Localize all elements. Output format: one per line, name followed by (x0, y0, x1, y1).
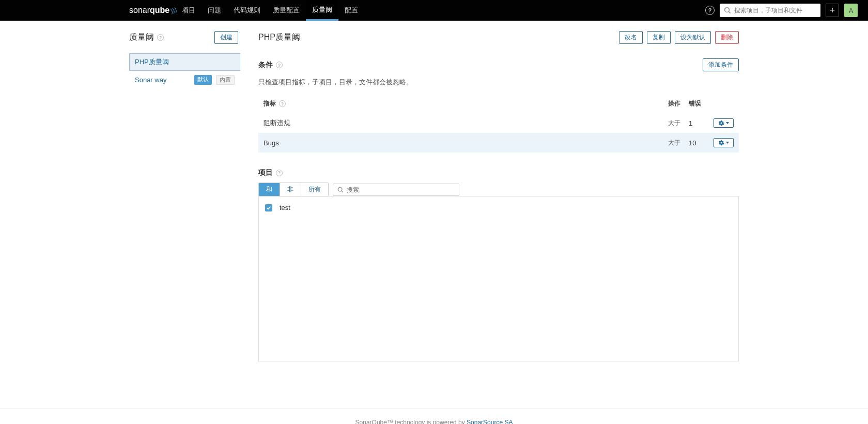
projects-search[interactable] (333, 184, 459, 196)
project-name: test (280, 204, 290, 211)
projects-title: 项目 ? (258, 168, 739, 177)
logo[interactable]: sonarqube ))) (129, 6, 177, 15)
gate-badges: 默认 内置 (192, 75, 235, 85)
topbar-right: ? + A (705, 4, 858, 17)
cond-act (710, 118, 734, 128)
gear-icon (718, 120, 724, 126)
footer-text: SonarQube™ technology is powered by (355, 419, 467, 424)
topbar: sonarqube ))) 项目 问题 代码规则 质量配置 质量阈 配置 ? +… (0, 0, 868, 21)
col-op: 操作 (668, 99, 689, 108)
help-icon[interactable]: ? (705, 6, 715, 15)
gear-icon (718, 140, 724, 146)
projects-controls: 和 非 所有 (258, 183, 739, 196)
footer: SonarQube™ technology is powered by Sona… (0, 408, 868, 424)
rename-button[interactable]: 改名 (619, 31, 643, 44)
gate-item-sonarway[interactable]: Sonar way 默认 内置 (129, 71, 240, 89)
nav-admin[interactable]: 配置 (338, 0, 364, 21)
nav-quality-profiles[interactable]: 质量配置 (267, 0, 306, 21)
gate-item-php[interactable]: PHP质量阈 (129, 53, 240, 71)
badge-builtin: 内置 (216, 75, 235, 85)
col-metric-label: 指标 (264, 99, 276, 108)
add-condition-button[interactable]: 添加条件 (703, 58, 739, 71)
condition-row: Bugs 大于 10 (258, 133, 739, 153)
gate-name: PHP质量阈 (135, 57, 169, 67)
create-button[interactable]: + (826, 4, 839, 17)
caret-down-icon (726, 142, 729, 144)
conditions-table: 指标 ? 操作 错误 阻断违规 大于 1 (258, 96, 739, 153)
user-avatar[interactable]: A (844, 4, 858, 17)
nav-rules[interactable]: 代码规则 (227, 0, 267, 21)
set-default-button[interactable]: 设为默认 (675, 31, 711, 44)
create-gate-button[interactable]: 创建 (214, 31, 238, 44)
gate-name: Sonar way (135, 76, 166, 84)
cond-err: 1 (689, 119, 710, 127)
filter-tabs: 和 非 所有 (258, 183, 329, 196)
search-icon (337, 187, 344, 193)
footer-line1: SonarQube™ technology is powered by Sona… (0, 419, 868, 424)
sidebar-title: 质量阈 ? (129, 32, 164, 43)
conditions-header: 条件 ? 添加条件 (258, 58, 739, 71)
projects-list: test (258, 196, 739, 361)
badge-default: 默认 (194, 75, 212, 85)
col-act (710, 99, 734, 108)
filter-tab-with[interactable]: 和 (259, 183, 280, 196)
projects-section: 项目 ? 和 非 所有 test (258, 168, 739, 361)
conditions-title-text: 条件 (258, 60, 273, 70)
condition-settings-button[interactable] (714, 138, 734, 147)
check-icon (266, 205, 271, 210)
content: PHP质量阈 改名 复制 设为默认 删除 条件 ? 添加条件 只检查项目指标，子… (240, 21, 739, 387)
conditions-title: 条件 ? (258, 60, 283, 70)
gate-list: PHP质量阈 Sonar way 默认 内置 (129, 53, 240, 89)
delete-button[interactable]: 删除 (715, 31, 739, 44)
filter-tab-all[interactable]: 所有 (301, 183, 328, 196)
nav-quality-gates[interactable]: 质量阈 (306, 0, 338, 21)
info-icon[interactable]: ? (276, 170, 283, 176)
copy-button[interactable]: 复制 (647, 31, 671, 44)
search-icon (724, 7, 731, 14)
main: 质量阈 ? 创建 PHP质量阈 Sonar way 默认 内置 PHP质量阈 改… (0, 21, 868, 387)
logo-text-a: sonar (129, 6, 150, 15)
projects-search-input[interactable] (347, 186, 455, 193)
condition-settings-button[interactable] (714, 118, 734, 128)
cond-metric: 阻断违规 (264, 118, 668, 128)
projects-title-text: 项目 (258, 168, 273, 177)
info-icon[interactable]: ? (279, 100, 286, 107)
info-icon[interactable]: ? (276, 62, 283, 68)
main-nav: 项目 问题 代码规则 质量配置 质量阈 配置 (176, 0, 364, 21)
nav-projects[interactable]: 项目 (176, 0, 202, 21)
sidebar: 质量阈 ? 创建 PHP质量阈 Sonar way 默认 内置 (129, 21, 240, 387)
info-icon[interactable]: ? (157, 34, 164, 41)
sidebar-header: 质量阈 ? 创建 (129, 31, 240, 44)
logo-wave-icon: ))) (170, 6, 178, 15)
filter-tab-without[interactable]: 非 (280, 183, 301, 196)
cond-metric: Bugs (264, 139, 668, 147)
cond-op: 大于 (668, 139, 689, 147)
conditions-desc: 只检查项目指标，子项目，目录，文件都会被忽略。 (258, 78, 739, 87)
conditions-table-head: 指标 ? 操作 错误 (258, 96, 739, 113)
cond-op: 大于 (668, 119, 689, 128)
nav-issues[interactable]: 问题 (202, 0, 227, 21)
footer-sonarsource-link[interactable]: SonarSource SA (467, 419, 513, 424)
cond-act (710, 138, 734, 147)
caret-down-icon (726, 122, 729, 124)
gate-actions: 改名 复制 设为默认 删除 (619, 31, 739, 44)
condition-row: 阻断违规 大于 1 (258, 113, 739, 133)
sidebar-title-text: 质量阈 (129, 32, 154, 43)
col-metric: 指标 ? (264, 99, 668, 108)
content-header: PHP质量阈 改名 复制 设为默认 删除 (258, 31, 739, 44)
logo-text-b: qube (150, 6, 169, 15)
project-row[interactable]: test (265, 202, 732, 214)
col-err: 错误 (689, 99, 710, 108)
cond-err: 10 (689, 139, 710, 147)
global-search-input[interactable] (734, 7, 816, 14)
conditions-section: 条件 ? 添加条件 只检查项目指标，子项目，目录，文件都会被忽略。 指标 ? 操… (258, 58, 739, 153)
global-search[interactable] (720, 4, 820, 17)
project-checkbox[interactable] (265, 204, 272, 211)
gate-title: PHP质量阈 (258, 32, 300, 43)
